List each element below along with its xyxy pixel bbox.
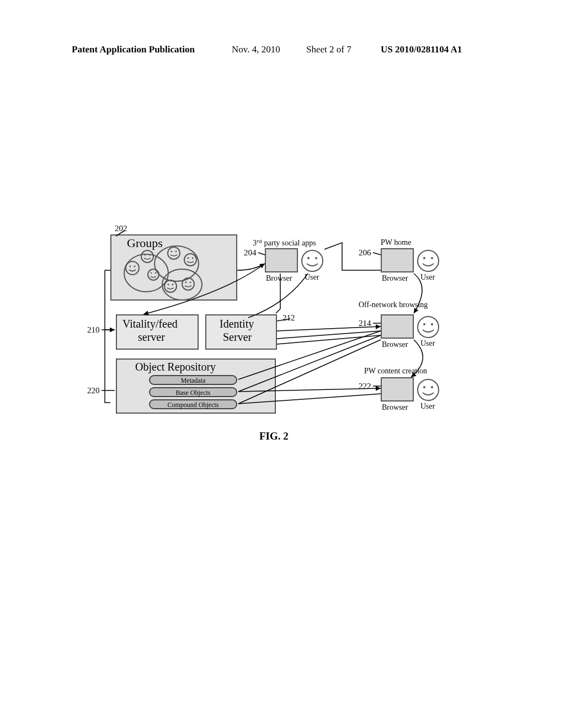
svg-point-27 — [418, 250, 439, 271]
browser-box-206 — [381, 248, 414, 272]
smiley-icon — [125, 260, 140, 276]
svg-point-11 — [155, 272, 157, 274]
svg-point-19 — [168, 284, 169, 286]
smiley-icon — [183, 253, 198, 267]
svg-point-17 — [192, 258, 194, 259]
svg-point-14 — [175, 251, 177, 253]
user-label: User — [420, 339, 435, 348]
svg-point-6 — [141, 250, 153, 263]
identity-text1: Identity — [220, 318, 254, 330]
user-icon — [301, 249, 324, 272]
svg-point-3 — [126, 261, 139, 275]
svg-point-8 — [149, 254, 151, 256]
svg-point-34 — [423, 386, 425, 388]
figure-2: Groups 3ʳᵈ party social apps Browser Use… — [83, 221, 480, 452]
smiley-icon — [140, 249, 154, 264]
compound-objects-pill: Compound Objects — [149, 399, 237, 409]
svg-point-20 — [172, 284, 174, 286]
svg-point-7 — [145, 254, 146, 256]
user-icon — [417, 378, 440, 402]
svg-point-22 — [185, 282, 187, 283]
patent-number: US 2010/0281104 A1 — [381, 44, 462, 55]
user-label: User — [420, 273, 435, 282]
base-objects-pill: Base Objects — [149, 387, 237, 397]
ref-212: 212 — [282, 313, 295, 323]
vitality-text2: server — [138, 331, 165, 344]
svg-point-25 — [307, 257, 310, 259]
svg-point-16 — [188, 258, 189, 259]
smiley-icon — [147, 268, 160, 281]
svg-point-28 — [423, 257, 425, 259]
user-label: User — [305, 273, 319, 282]
browser-label: Browser — [382, 403, 408, 412]
off-network-label: Off-network browsing — [359, 301, 428, 309]
pw-content-label: PW content creation — [364, 367, 427, 376]
ref-204: 204 — [244, 248, 257, 258]
figure-caption: FIG. 2 — [259, 430, 289, 442]
ref-206: 206 — [359, 248, 371, 258]
svg-point-33 — [418, 379, 439, 400]
browser-box-204 — [265, 248, 298, 272]
svg-point-35 — [431, 386, 433, 388]
svg-point-9 — [148, 269, 159, 280]
ref-210: 210 — [87, 325, 100, 335]
metadata-pill: Metadata — [149, 375, 237, 385]
svg-point-13 — [171, 251, 173, 253]
groups-title: Groups — [127, 236, 163, 250]
svg-point-32 — [431, 323, 433, 325]
smiley-icon — [163, 279, 178, 293]
svg-point-26 — [315, 257, 317, 259]
svg-point-23 — [190, 282, 191, 283]
ref-202: 202 — [115, 224, 127, 233]
browser-label: Browser — [382, 340, 408, 349]
svg-point-15 — [184, 254, 196, 266]
browser-box-214 — [381, 314, 414, 339]
svg-point-4 — [130, 266, 131, 267]
smiley-icon — [167, 246, 181, 260]
ref-214: 214 — [359, 319, 371, 328]
svg-point-5 — [134, 266, 136, 267]
repo-title: Object Repository — [135, 361, 216, 373]
pw-home-label: PW home — [381, 238, 411, 247]
svg-point-24 — [302, 250, 323, 271]
ref-222: 222 — [359, 382, 371, 391]
third-party-label: 3ʳᵈ party social apps — [253, 238, 316, 248]
svg-point-18 — [164, 280, 177, 292]
identity-text2: Server — [223, 331, 252, 344]
browser-label: Browser — [382, 274, 408, 283]
browser-box-222 — [381, 377, 414, 402]
svg-point-30 — [418, 317, 439, 338]
user-icon — [417, 249, 440, 272]
svg-point-21 — [182, 278, 194, 290]
svg-point-29 — [431, 257, 433, 259]
smiley-icon — [181, 277, 195, 291]
user-label: User — [420, 402, 435, 411]
pub-date: Nov. 4, 2010 — [232, 44, 280, 55]
svg-point-31 — [423, 323, 425, 325]
browser-label: Browser — [266, 274, 292, 283]
user-icon — [417, 315, 440, 339]
svg-point-12 — [168, 247, 180, 259]
pub-label: Patent Application Publication — [72, 44, 195, 55]
svg-point-10 — [151, 272, 152, 274]
ref-220: 220 — [87, 386, 100, 395]
sheet-label: Sheet 2 of 7 — [306, 44, 351, 55]
vitality-text1: Vitality/feed — [122, 318, 178, 330]
